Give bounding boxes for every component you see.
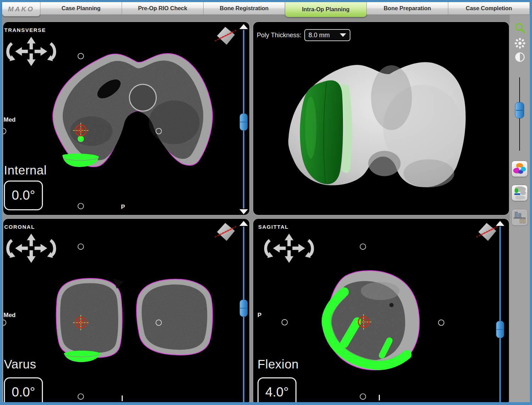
contrast-tool-button[interactable] (510, 51, 530, 63)
scroll-down-arrow[interactable] (239, 209, 248, 214)
caret-down-icon (340, 33, 346, 37)
transverse-view[interactable]: TRANSVERSE Med Internal 0.0° P (2, 21, 250, 216)
slice-plane-icon[interactable] (215, 26, 237, 46)
slice-scrollbar[interactable] (495, 220, 505, 402)
pan-rotate-control[interactable] (261, 232, 317, 265)
flexion-angle-label: Flexion (257, 357, 299, 371)
medial-label: Med (4, 116, 16, 123)
multi-view-layout-button[interactable] (511, 161, 528, 177)
flexion-angle-box: 4.0° (257, 377, 297, 402)
pan-rotate-control[interactable] (3, 232, 59, 265)
internal-angle-box: 0.0° (4, 181, 43, 210)
tool-sidebar (510, 15, 530, 402)
scroll-up-arrow[interactable] (239, 24, 248, 29)
knee-implant-icon (512, 185, 527, 200)
medial-label: Med (4, 312, 16, 319)
viewport-grid: TRANSVERSE Med Internal 0.0° P (2, 15, 530, 402)
implant-3d-view-button[interactable] (511, 185, 528, 201)
scroll-up-arrow[interactable] (496, 221, 504, 226)
varus-angle-box: 0.0° (4, 377, 43, 402)
sagittal-view[interactable]: SAGITTAL P Flexion 4.0° (253, 218, 510, 402)
workflow-tabbar: MAKO Case Planning Pre-Op RIO Check Bone… (2, 2, 530, 15)
view-title: TRANSVERSE (4, 27, 46, 33)
window-content: MAKO Case Planning Pre-Op RIO Check Bone… (2, 2, 530, 402)
poly-thickness-select[interactable]: 8.0 mm (304, 29, 350, 41)
internal-angle-label: Internal (4, 163, 47, 177)
view-title: SAGITTAL (258, 224, 289, 230)
slice-scrollbar[interactable] (238, 220, 249, 402)
poly-thickness-label: Poly Thickness: (257, 32, 301, 39)
femur-3d-model (253, 22, 509, 215)
femur-3d-view[interactable]: Poly Thickness: 8.0 mm (253, 21, 510, 216)
tab-bone-registration[interactable]: Bone Registration (204, 2, 285, 15)
canal-ring (129, 84, 156, 111)
posterior-label: P (121, 204, 125, 211)
tab-intra-op-planning[interactable]: Intra-Op Planning (285, 2, 367, 17)
resection-chart-icon (512, 210, 527, 225)
brightness-icon (514, 37, 526, 50)
slice-plane-icon[interactable] (215, 222, 237, 242)
multi-view-icon (512, 161, 527, 177)
tab-case-completion[interactable]: Case Completion (448, 2, 530, 15)
resection-chart-button[interactable] (511, 209, 528, 226)
magnifier-icon (514, 23, 526, 35)
coronal-view[interactable]: CORONAL Med Varus 0.0° (2, 218, 250, 402)
slice-scrollbar[interactable] (238, 23, 249, 215)
zoom-tool-button[interactable] (510, 23, 530, 35)
tab-bone-preparation[interactable]: Bone Preparation (367, 2, 448, 15)
poly-thickness-value: 8.0 mm (309, 32, 330, 39)
varus-angle-label: Varus (4, 357, 36, 371)
posterior-label: P (257, 312, 261, 319)
tab-pre-op-rio-check[interactable]: Pre-Op RIO Check (122, 2, 204, 15)
window-level-slider-handle[interactable] (515, 102, 524, 118)
brightness-tool-button[interactable] (510, 37, 530, 50)
view-title: CORONAL (4, 224, 35, 230)
application-window: MAKO Case Planning Pre-Op RIO Check Bone… (0, 0, 532, 405)
tab-case-planning[interactable]: Case Planning (40, 2, 122, 15)
pan-rotate-control[interactable] (3, 35, 59, 68)
scroll-up-arrow[interactable] (239, 221, 248, 226)
contrast-icon (514, 51, 526, 63)
mako-logo: MAKO (2, 2, 40, 16)
